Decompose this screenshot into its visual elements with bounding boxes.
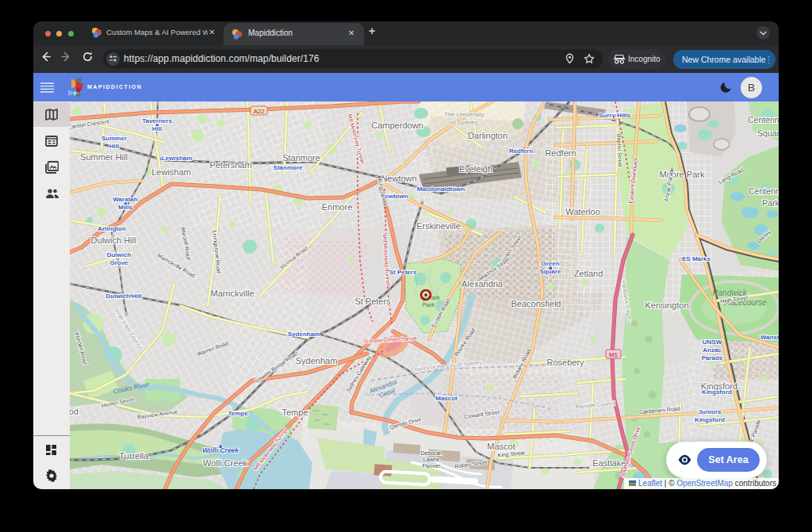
svg-text:The University: The University [443, 111, 485, 118]
svg-text:Green: Green [541, 260, 559, 267]
svg-text:Sydenham: Sydenham [288, 331, 320, 338]
svg-text:Lewisham: Lewisham [151, 167, 191, 177]
svg-text:M1: M1 [609, 351, 619, 358]
svg-text:Centenni: Centenni [749, 186, 779, 196]
svg-text:Zetland: Zetland [574, 269, 603, 278]
svg-text:Waterloo: Waterloo [565, 207, 600, 216]
svg-text:Darlington: Darlington [468, 131, 508, 140]
svg-text:Mills: Mills [118, 204, 132, 211]
svg-text:Parade: Parade [702, 354, 723, 362]
svg-text:Summer: Summer [102, 135, 127, 142]
svg-text:Flyover: Flyover [423, 463, 442, 469]
svg-text:Beaconsfield: Beaconsfield [511, 299, 561, 308]
svg-text:Redfern: Redfern [509, 147, 533, 155]
svg-text:Lewisham: Lewisham [162, 155, 193, 162]
svg-text:Hill: Hill [109, 143, 119, 150]
svg-text:Sydenham: Sydenham [296, 356, 338, 366]
svg-text:Wanst.: Wanst. [760, 334, 779, 341]
svg-text:Arlington: Arlington [98, 225, 126, 232]
svg-text:Lawrie: Lawrie [423, 457, 440, 462]
svg-text:Taverners: Taverners [142, 117, 172, 124]
svg-text:Kingsford: Kingsford [702, 388, 732, 396]
svg-text:Tempe: Tempe [282, 408, 308, 417]
svg-text:A22: A22 [253, 108, 265, 115]
svg-text:Juniors: Juniors [699, 408, 722, 415]
svg-text:Park: Park [422, 301, 435, 308]
svg-text:Petersham: Petersham [209, 160, 251, 170]
svg-text:Stanmore: Stanmore [282, 153, 320, 163]
svg-text:St Peters: St Peters [389, 269, 417, 276]
svg-text:Dulwich Hill: Dulwich Hill [105, 293, 141, 300]
svg-text:Macdonaldtown: Macdonaldtown [417, 186, 465, 193]
svg-text:Turrella: Turrella [120, 451, 150, 461]
svg-text:Dulwich: Dulwich [107, 251, 132, 258]
svg-text:ES Marks: ES Marks [682, 255, 711, 262]
svg-text:Surry Hills: Surry Hills [599, 112, 631, 119]
svg-text:Kensington: Kensington [645, 300, 688, 310]
svg-text:Marrickville: Marrickville [211, 289, 255, 298]
svg-text:Centenni: Centenni [748, 115, 779, 124]
svg-text:Summer Hill: Summer Hill [80, 152, 128, 162]
svg-text:Camperdown: Camperdown [371, 121, 423, 130]
svg-text:Moore Park: Moore Park [660, 170, 705, 179]
svg-text:Grove: Grove [109, 259, 128, 266]
svg-text:Wolli Creek: Wolli Creek [202, 446, 239, 454]
svg-text:Square: Square [757, 128, 779, 138]
svg-text:UNSW: UNSW [703, 339, 722, 346]
svg-text:Park: Park [762, 198, 779, 208]
svg-text:Mascot: Mascot [435, 395, 458, 402]
svg-text:St Peters: St Peters [354, 297, 391, 306]
svg-text:Waratah: Waratah [113, 196, 137, 203]
svg-text:Dulwich Hill: Dulwich Hill [91, 235, 136, 245]
svg-text:Eveleigh: Eveleigh [459, 164, 492, 174]
svg-text:Rosebery: Rosebery [546, 358, 584, 367]
svg-text:of Sydney: of Sydney [450, 119, 479, 126]
svg-text:Redfern: Redfern [545, 148, 576, 158]
svg-text:Wolli Creek: Wolli Creek [203, 458, 248, 468]
svg-text:Hill: Hill [152, 125, 162, 132]
svg-text:ood: ood [70, 407, 79, 416]
svg-text:Stanmore: Stanmore [274, 164, 303, 171]
svg-text:Kingsford: Kingsford [695, 416, 725, 423]
svg-text:Deborah: Deborah [421, 450, 442, 456]
svg-text:Anzac: Anzac [703, 346, 722, 354]
svg-text:Tempe: Tempe [228, 410, 248, 417]
svg-text:Erskineville: Erskineville [416, 221, 461, 231]
svg-text:Mascot: Mascot [487, 442, 515, 451]
svg-text:Square: Square [539, 268, 561, 275]
svg-text:Newtown: Newtown [381, 174, 416, 183]
svg-text:Enmore: Enmore [322, 202, 353, 212]
